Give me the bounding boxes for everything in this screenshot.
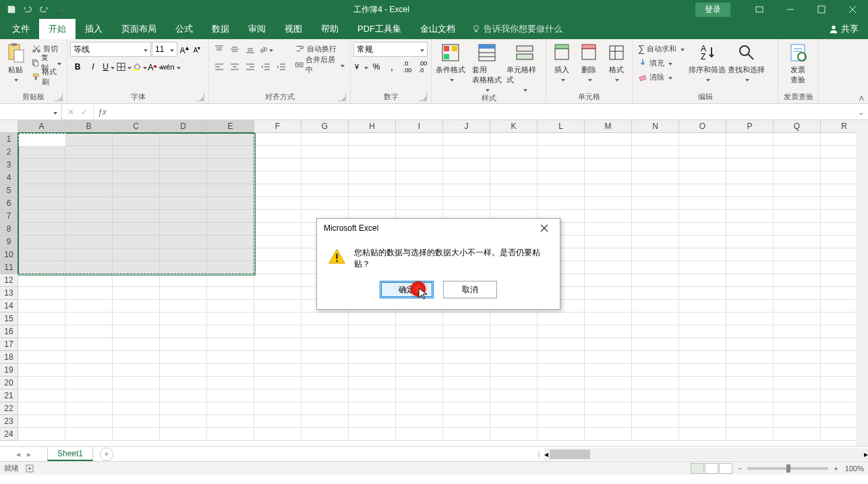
cell[interactable] [443, 146, 490, 159]
cell[interactable] [585, 402, 632, 415]
cell[interactable] [585, 210, 632, 223]
cell[interactable] [632, 351, 679, 364]
cell-styles-button[interactable]: 单元格样式 [507, 42, 543, 93]
cell[interactable] [349, 428, 396, 441]
cell[interactable] [726, 300, 774, 313]
cell[interactable] [538, 377, 585, 389]
qat-dropdown-icon[interactable] [53, 1, 67, 18]
sheet-split-handle[interactable]: ⁞ [538, 450, 544, 459]
cell[interactable] [774, 184, 821, 197]
column-header[interactable]: A [18, 120, 65, 133]
cell[interactable] [726, 248, 774, 261]
minimize-icon[interactable] [775, 0, 806, 19]
cell[interactable] [301, 171, 349, 184]
name-box[interactable] [0, 104, 62, 119]
cell[interactable] [113, 364, 160, 377]
cell[interactable] [349, 377, 396, 389]
cell[interactable] [443, 402, 490, 415]
cell[interactable] [585, 133, 632, 146]
cell[interactable] [207, 300, 254, 313]
cell[interactable] [774, 300, 821, 313]
align-middle-icon[interactable] [227, 42, 242, 57]
cell[interactable] [160, 287, 207, 300]
page-layout-view-button[interactable] [705, 463, 718, 474]
cell[interactable] [207, 428, 254, 441]
cell[interactable] [538, 159, 585, 171]
cell[interactable] [538, 428, 585, 441]
number-launcher[interactable] [419, 93, 427, 101]
sort-filter-button[interactable]: AZ排序和筛选 [689, 42, 726, 83]
row-header[interactable]: 7 [0, 210, 18, 223]
cell[interactable] [538, 184, 585, 197]
cell[interactable] [396, 389, 443, 402]
zoom-level[interactable]: 100% [845, 464, 864, 473]
cell[interactable] [774, 171, 821, 184]
cell[interactable] [726, 313, 774, 325]
zoom-out-button[interactable]: − [738, 464, 742, 473]
cell[interactable] [490, 377, 538, 389]
cell[interactable] [301, 184, 349, 197]
insert-cells-button[interactable]: 插入 [549, 42, 575, 83]
cell[interactable] [632, 377, 679, 389]
cell[interactable] [207, 274, 254, 287]
cell[interactable] [774, 351, 821, 364]
cell[interactable] [774, 325, 821, 338]
clipboard-launcher[interactable] [55, 93, 63, 101]
cell[interactable] [301, 133, 349, 146]
tab-insert[interactable]: 插入 [76, 19, 112, 39]
cell[interactable] [585, 159, 632, 171]
cell[interactable] [301, 402, 349, 415]
cell[interactable] [726, 428, 774, 441]
cell[interactable] [538, 364, 585, 377]
tab-pdf[interactable]: PDF工具集 [348, 19, 411, 39]
cell[interactable] [726, 133, 774, 146]
tab-file[interactable]: 文件 [3, 19, 39, 39]
align-bottom-icon[interactable] [243, 42, 258, 57]
cell[interactable] [490, 415, 538, 428]
cell[interactable] [349, 338, 396, 351]
cell[interactable] [774, 377, 821, 389]
cancel-formula-icon[interactable]: ✕ [67, 107, 74, 117]
cell[interactable] [679, 248, 726, 261]
cell[interactable] [349, 133, 396, 146]
cell[interactable] [301, 415, 349, 428]
tab-help[interactable]: 帮助 [312, 19, 348, 39]
cell[interactable] [396, 377, 443, 389]
undo-icon[interactable] [20, 1, 35, 18]
invoice-check-button[interactable]: 发票 查验 [781, 42, 815, 85]
cell[interactable] [679, 146, 726, 159]
cell[interactable] [774, 159, 821, 171]
cell[interactable] [396, 159, 443, 171]
cell[interactable] [18, 402, 65, 415]
borders-button[interactable] [117, 59, 132, 74]
cell[interactable] [632, 274, 679, 287]
cell[interactable] [18, 428, 65, 441]
cell[interactable] [726, 389, 774, 402]
macro-record-icon[interactable] [26, 464, 34, 473]
cell[interactable] [632, 184, 679, 197]
cell[interactable] [774, 197, 821, 210]
cell[interactable] [726, 325, 774, 338]
merge-center-button[interactable]: 合并后居中 [293, 58, 347, 72]
cell[interactable] [679, 133, 726, 146]
cell[interactable] [679, 428, 726, 441]
cell[interactable] [18, 274, 65, 287]
cell[interactable] [632, 338, 679, 351]
cell[interactable] [160, 402, 207, 415]
cell[interactable] [65, 402, 113, 415]
cell[interactable] [585, 364, 632, 377]
row-header[interactable]: 19 [0, 364, 18, 377]
cell[interactable] [679, 223, 726, 236]
row-header[interactable]: 24 [0, 428, 18, 441]
cell[interactable] [632, 428, 679, 441]
cell[interactable] [774, 364, 821, 377]
cell[interactable] [65, 300, 113, 313]
dialog-ok-button[interactable]: 确定 [380, 281, 434, 298]
sheet-nav-buttons[interactable]: ◂▸ [0, 450, 47, 459]
cell[interactable] [349, 184, 396, 197]
row-header[interactable]: 15 [0, 313, 18, 325]
cell[interactable] [632, 248, 679, 261]
cell[interactable] [443, 159, 490, 171]
cell[interactable] [538, 338, 585, 351]
column-header[interactable]: L [538, 120, 585, 133]
